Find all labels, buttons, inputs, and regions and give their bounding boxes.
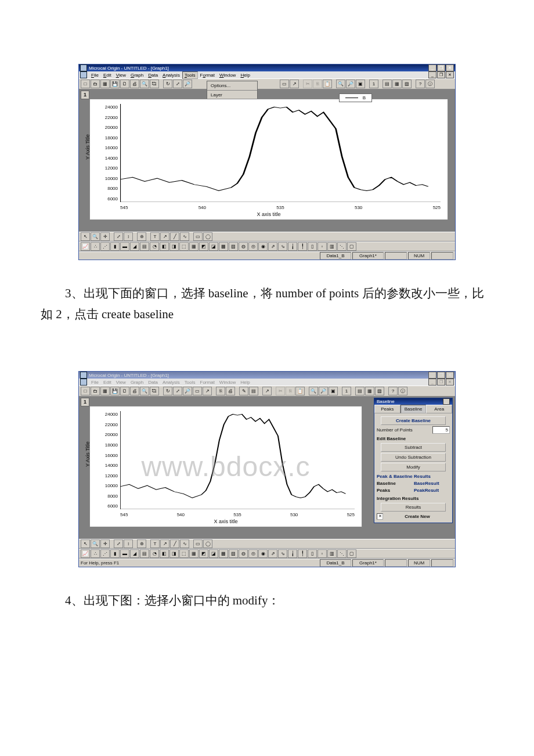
refresh-icon[interactable]: ↻ bbox=[163, 387, 172, 395]
g-qq-icon[interactable]: ⋱ bbox=[337, 549, 347, 558]
1-icon[interactable]: 1 bbox=[369, 80, 378, 88]
g-3d2-icon[interactable]: ◨ bbox=[169, 242, 179, 251]
layers-icon[interactable]: ▭ bbox=[193, 387, 202, 395]
help-icon[interactable]: ? bbox=[416, 80, 425, 88]
g-cont1-icon[interactable]: ◍ bbox=[239, 242, 248, 251]
menu-tools[interactable]: Tools bbox=[182, 71, 198, 79]
g-area-icon[interactable]: ◢ bbox=[130, 549, 139, 558]
g-pie-icon[interactable]: ◔ bbox=[150, 549, 159, 558]
notes-icon[interactable]: ✎ bbox=[239, 387, 248, 395]
baseline-tool-window[interactable]: Baseline _ Peaks Baseline Area Create Ba… bbox=[374, 398, 453, 523]
line-icon[interactable]: ╱ bbox=[170, 539, 179, 548]
baseline-minimize-button[interactable]: _ bbox=[443, 398, 450, 405]
help-icon[interactable]: ? bbox=[388, 387, 398, 395]
plot-icon[interactable]: ↗ bbox=[203, 387, 212, 395]
g-line-icon[interactable]: 📈 bbox=[81, 549, 90, 558]
rescale-icon[interactable]: ↕ bbox=[124, 232, 133, 241]
arrow-icon[interactable]: ↗ bbox=[160, 539, 169, 548]
open-icon[interactable]: 🗀 bbox=[91, 387, 100, 395]
zoomin-icon[interactable]: 🔍 bbox=[309, 387, 318, 395]
close-button[interactable]: ✕ bbox=[446, 64, 454, 71]
g-column-icon[interactable]: ▮ bbox=[110, 549, 120, 558]
mdi-close-button[interactable]: ✕ bbox=[446, 71, 454, 78]
g-3d4-icon[interactable]: ▦ bbox=[189, 242, 199, 251]
g-cont3-icon[interactable]: ◉ bbox=[258, 549, 268, 558]
open-icon[interactable]: 🗀 bbox=[91, 80, 100, 88]
save-icon[interactable]: 💾 bbox=[110, 387, 120, 395]
mdi-min-button[interactable]: _ bbox=[428, 71, 436, 78]
screen-icon[interactable]: ⊕ bbox=[137, 232, 146, 241]
tab-area[interactable]: Area bbox=[426, 405, 452, 413]
menu-view[interactable]: View bbox=[114, 379, 128, 386]
zoomin-icon[interactable]: 🔍 bbox=[336, 80, 345, 88]
mdi-close-button[interactable]: ✕ bbox=[446, 379, 454, 386]
1-icon[interactable]: 1 bbox=[342, 387, 351, 395]
g-pie-icon[interactable]: ◔ bbox=[150, 242, 159, 251]
menu-item-layer[interactable]: Layer bbox=[207, 91, 257, 99]
subtract-button[interactable]: Subtract bbox=[381, 443, 446, 452]
split-icon[interactable]: ▦ bbox=[392, 80, 402, 88]
g-qq-icon[interactable]: ⋱ bbox=[337, 242, 347, 251]
menu-graph[interactable]: Graph bbox=[128, 379, 146, 386]
curve-icon[interactable]: ∿ bbox=[180, 232, 189, 241]
g-hist-icon[interactable]: ▥ bbox=[327, 549, 337, 558]
menu-graph[interactable]: Graph bbox=[128, 72, 146, 78]
mdi-min-button[interactable]: _ bbox=[428, 379, 436, 386]
g-3d3-icon[interactable]: ⬚ bbox=[179, 242, 189, 251]
cut-icon[interactable]: ✂ bbox=[276, 387, 285, 395]
template-icon[interactable]: 🗋 bbox=[120, 387, 129, 395]
tab-baseline[interactable]: Baseline bbox=[400, 405, 427, 413]
arrow-icon[interactable]: ↗ bbox=[160, 232, 169, 241]
modify-button[interactable]: Modify bbox=[381, 463, 446, 471]
close-button[interactable]: ✕ bbox=[446, 372, 454, 379]
text-icon[interactable]: T bbox=[150, 232, 160, 241]
g-surf1-icon[interactable]: ◩ bbox=[199, 549, 208, 558]
menu-format[interactable]: Format bbox=[198, 379, 217, 386]
print-icon[interactable]: 🖨 bbox=[130, 80, 139, 88]
g-hilo-icon[interactable]: ╽ bbox=[288, 242, 297, 251]
g-stack-icon[interactable]: ▤ bbox=[140, 242, 149, 251]
rescale-icon[interactable]: ↕ bbox=[124, 539, 133, 548]
g-surf2-icon[interactable]: ◪ bbox=[209, 549, 218, 558]
baseline-titlebar[interactable]: Baseline _ bbox=[374, 398, 452, 405]
enlarge-icon[interactable]: ⤢ bbox=[114, 232, 123, 241]
about-icon[interactable]: ⓘ bbox=[398, 387, 407, 395]
g-mat-icon[interactable]: ▢ bbox=[347, 242, 356, 251]
g-hilo2-icon[interactable]: ╿ bbox=[298, 242, 307, 251]
g-surf1-icon[interactable]: ◩ bbox=[199, 242, 208, 251]
menu-analysis[interactable]: Analysis bbox=[160, 72, 182, 78]
g-3d3-icon[interactable]: ⬚ bbox=[179, 549, 189, 558]
script-icon[interactable]: ↗ bbox=[262, 387, 272, 395]
layers-icon[interactable]: ▭ bbox=[280, 80, 289, 88]
new-icon[interactable]: □ bbox=[81, 387, 90, 395]
g-vec2-icon[interactable]: ⇘ bbox=[278, 549, 287, 558]
g-hist-icon[interactable]: ▥ bbox=[327, 242, 337, 251]
zoom-icon[interactable]: 🔎 bbox=[183, 80, 192, 88]
menu-item-options[interactable]: Options... bbox=[207, 82, 257, 89]
g-column-icon[interactable]: ▮ bbox=[110, 242, 120, 251]
menu-data[interactable]: Data bbox=[146, 72, 160, 78]
data-sel-icon[interactable]: ✛ bbox=[100, 232, 110, 241]
copy-icon[interactable]: ⎘ bbox=[286, 387, 295, 395]
paste-icon[interactable]: 📋 bbox=[295, 387, 305, 395]
curve-icon[interactable]: ∿ bbox=[180, 539, 189, 548]
g-bar-icon[interactable]: ▬ bbox=[120, 242, 129, 251]
create-baseline-button[interactable]: Create Baseline bbox=[381, 416, 446, 425]
menu-file[interactable]: File bbox=[89, 72, 101, 78]
g-3d1-icon[interactable]: ◧ bbox=[160, 242, 169, 251]
maximize-button[interactable]: ❐ bbox=[437, 64, 445, 71]
g-line-icon[interactable]: 📈 bbox=[81, 242, 90, 251]
minimize-button[interactable]: _ bbox=[428, 372, 436, 379]
rect-icon[interactable]: ▭ bbox=[193, 539, 203, 548]
layer-button[interactable]: 1 bbox=[81, 398, 89, 406]
g-surf3-icon[interactable]: ▩ bbox=[219, 549, 228, 558]
g-bar-icon[interactable]: ▬ bbox=[120, 549, 129, 558]
g-surf4-icon[interactable]: ▨ bbox=[229, 549, 238, 558]
g-box-icon[interactable]: ▫ bbox=[317, 242, 327, 251]
whole-icon[interactable]: ▣ bbox=[356, 80, 365, 88]
stack-icon[interactable]: ▤ bbox=[355, 387, 365, 395]
import-icon[interactable]: ▦ bbox=[100, 80, 110, 88]
template-icon[interactable]: 🗋 bbox=[120, 80, 129, 88]
save-icon[interactable]: 💾 bbox=[110, 80, 120, 88]
rescale-icon[interactable]: ⤢ bbox=[173, 80, 182, 88]
